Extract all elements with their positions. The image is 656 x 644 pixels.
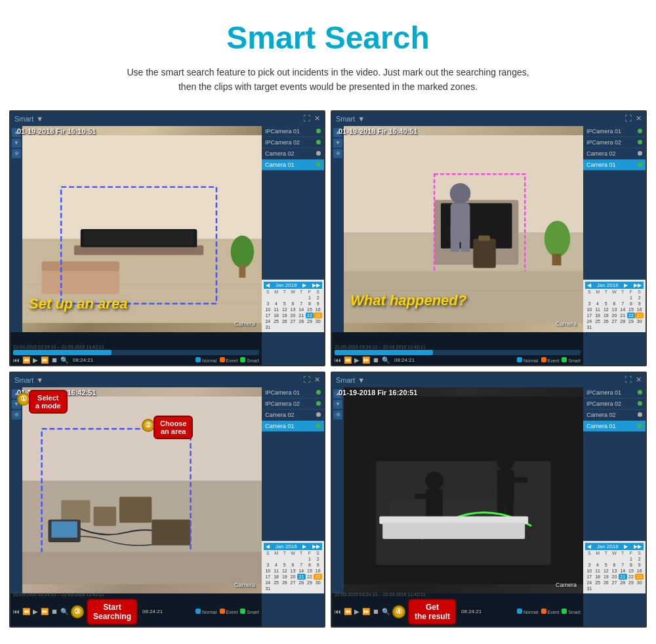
cal-next-month[interactable]: ▶ [624,282,628,288]
cam-item[interactable]: IPCamera 02 [262,137,324,148]
search-btn[interactable]: 🔍 [60,608,68,615]
legend: Normal Event Smart [195,609,259,614]
ptz-down[interactable]: ▼ [12,139,21,148]
cam-item[interactable]: IPCamera 02 [583,137,646,148]
close-icon[interactable]: ✕ [314,114,320,123]
cam-status-dot [638,140,642,144]
svg-rect-36 [22,551,262,584]
play-pause-btn[interactable]: ▶ [33,356,38,364]
timeline-progress [13,350,112,355]
stop-btn[interactable]: ⏹ [51,608,58,615]
ptz-down[interactable]: ▼ [333,400,342,409]
cam-status-dot [316,401,321,406]
fast-forward-btn[interactable]: ⏩ [41,356,49,364]
cam-item-active[interactable]: Camera 01 [262,160,324,171]
close-icon[interactable]: ✕ [636,376,642,384]
svg-point-16 [544,221,570,257]
fullscreen-icon[interactable]: ⛶ [303,114,310,123]
panel1-video: Set up an area Camera [10,126,262,332]
ptz-zoom[interactable]: ⊕ [12,410,21,419]
search-btn[interactable]: 🔍 [382,356,390,364]
timeline-track[interactable] [335,350,581,355]
play-btn[interactable]: ⏮ [13,608,20,615]
play-pause-btn[interactable]: ▶ [354,608,359,615]
panel2-label: Smart [336,115,355,123]
fullscreen-icon[interactable]: ⛶ [625,376,632,384]
panel-3: ① Select a mode ② Choose an area Smart ▼… [9,372,325,628]
rewind-btn[interactable]: ⏪ [344,608,352,615]
fullscreen-icon[interactable]: ⛶ [303,376,310,384]
cam-item-active[interactable]: Camera 01 [583,160,646,171]
search-btn[interactable]: 🔍 [382,608,390,615]
dropdown-icon[interactable]: ▼ [36,115,43,123]
dropdown-icon[interactable]: ▼ [358,376,365,384]
dropdown-icon[interactable]: ▼ [358,115,365,123]
stop-btn[interactable]: ⏹ [51,356,58,364]
cam-item[interactable]: IPCamera 01 [583,387,646,398]
dropdown-icon[interactable]: ▼ [36,376,43,384]
play-btn[interactable]: ⏮ [335,608,341,615]
panel1-cam-label: Camera [234,320,255,327]
ptz-zoom[interactable]: ⊕ [333,149,342,158]
cam-item[interactable]: Camera 02 [583,148,646,160]
smart-legend-dot [562,609,567,614]
cam-item[interactable]: IPCamera 02 [262,398,324,410]
cam-item[interactable]: IPCamera 01 [262,387,324,398]
panel-2: Smart ▼ ⛶ ✕ ▲ ▼ ⊕ [331,110,647,366]
step1-tooltip: Select a mode [29,390,68,414]
cam-item[interactable]: Camera 02 [262,148,324,160]
cal-month: Jan 2016 [597,544,619,549]
fullscreen-icon[interactable]: ⛶ [625,114,632,123]
svg-rect-30 [94,506,117,526]
fast-forward-btn[interactable]: ⏩ [362,608,370,615]
close-icon[interactable]: ✕ [314,376,320,384]
svg-rect-6 [239,265,245,278]
cal-prev[interactable]: ◀ [266,282,270,288]
cam-item[interactable]: Camera 02 [583,410,646,421]
cal-next-year[interactable]: ▶▶ [634,544,642,549]
cam-item[interactable]: IPCamera 01 [583,126,646,137]
rewind-btn[interactable]: ⏪ [22,608,30,615]
play-pause-btn[interactable]: ▶ [354,356,359,364]
cam-item-active[interactable]: Camera 01 [262,421,324,432]
svg-point-5 [231,236,255,268]
event-legend-dot [541,357,546,362]
panel2-timeline: 22-03-2016 03:24:13 -- 22-03-2016 11:42:… [332,332,583,365]
cam-status-dot [316,423,321,428]
cam-item[interactable]: IPCamera 02 [583,398,646,410]
fast-forward-btn[interactable]: ⏩ [41,608,49,615]
cal-next-year[interactable]: ▶▶ [312,282,320,288]
timeline-track[interactable] [13,350,259,355]
cal-next-year[interactable]: ▶▶ [634,282,642,288]
play-btn[interactable]: ⏮ [13,356,20,364]
cam-status-dot [316,151,321,156]
panel4-timestamp: 01-19-2018 Fir 16:20:51 [338,389,417,397]
cal-next-month[interactable]: ▶ [302,282,306,288]
ptz-zoom[interactable]: ⊕ [12,149,21,158]
rewind-btn[interactable]: ⏪ [344,356,352,364]
stop-btn[interactable]: ⏹ [373,608,379,615]
cam-item[interactable]: IPCamera 01 [262,126,324,137]
panel1-overlay-label: Set up an area [29,295,127,312]
legend: Normal Event Smart [517,609,581,614]
panel3-topbar: Smart ▼ ⛶ ✕ [10,373,324,387]
cal-next-year[interactable]: ▶▶ [312,544,320,549]
stop-btn[interactable]: ⏹ [373,356,379,364]
cal-prev[interactable]: ◀ [587,282,591,288]
fast-forward-btn[interactable]: ⏩ [362,356,370,364]
svg-rect-45 [415,494,428,499]
search-btn[interactable]: 🔍 [60,356,68,364]
cal-next-month[interactable]: ▶ [302,544,306,549]
cam-item[interactable]: Camera 02 [262,410,324,421]
svg-rect-33 [51,521,77,538]
cam-item-active[interactable]: Camera 01 [583,421,646,432]
play-pause-btn[interactable]: ▶ [33,608,38,615]
cal-prev[interactable]: ◀ [266,544,270,549]
close-icon[interactable]: ✕ [636,114,642,123]
ptz-zoom[interactable]: ⊕ [333,410,342,419]
play-btn[interactable]: ⏮ [335,356,341,364]
rewind-btn[interactable]: ⏪ [22,356,30,364]
cal-next-month[interactable]: ▶ [624,544,628,549]
cal-prev[interactable]: ◀ [587,544,591,549]
ptz-down[interactable]: ▼ [333,139,342,148]
